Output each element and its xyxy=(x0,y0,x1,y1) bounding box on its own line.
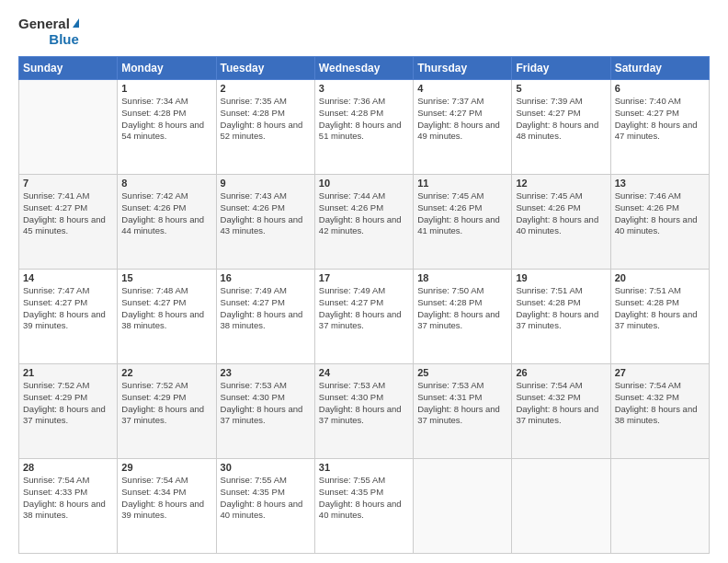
day-info: Sunrise: 7:51 AMSunset: 4:28 PMDaylight:… xyxy=(516,285,606,332)
calendar-week-row: 21Sunrise: 7:52 AMSunset: 4:29 PMDayligh… xyxy=(19,364,710,459)
calendar-cell: 14Sunrise: 7:47 AMSunset: 4:27 PMDayligh… xyxy=(19,270,118,364)
calendar-cell: 3Sunrise: 7:36 AMSunset: 4:28 PMDaylight… xyxy=(314,80,413,175)
weekday-header: Thursday xyxy=(414,57,512,80)
day-info: Sunrise: 7:37 AMSunset: 4:27 PMDaylight:… xyxy=(417,96,507,143)
day-number: 14 xyxy=(23,272,113,283)
calendar-table: SundayMondayTuesdayWednesdayThursdayFrid… xyxy=(18,56,710,554)
calendar-cell: 26Sunrise: 7:54 AMSunset: 4:32 PMDayligh… xyxy=(512,364,610,459)
calendar-cell: 27Sunrise: 7:54 AMSunset: 4:32 PMDayligh… xyxy=(610,364,709,459)
day-info: Sunrise: 7:36 AMSunset: 4:28 PMDaylight:… xyxy=(319,96,409,143)
day-info: Sunrise: 7:40 AMSunset: 4:27 PMDaylight:… xyxy=(615,96,705,143)
day-number: 25 xyxy=(417,367,507,378)
day-number: 26 xyxy=(516,367,606,378)
day-number: 11 xyxy=(417,178,507,189)
day-info: Sunrise: 7:44 AMSunset: 4:26 PMDaylight:… xyxy=(319,190,409,237)
weekday-header: Monday xyxy=(118,57,216,80)
calendar-cell: 20Sunrise: 7:51 AMSunset: 4:28 PMDayligh… xyxy=(610,270,709,364)
day-number: 4 xyxy=(417,83,507,94)
calendar-cell: 23Sunrise: 7:53 AMSunset: 4:30 PMDayligh… xyxy=(216,364,314,459)
calendar-cell: 17Sunrise: 7:49 AMSunset: 4:27 PMDayligh… xyxy=(314,270,413,364)
calendar-cell: 10Sunrise: 7:44 AMSunset: 4:26 PMDayligh… xyxy=(314,175,413,270)
weekday-header: Wednesday xyxy=(314,57,413,80)
day-number: 13 xyxy=(615,178,705,189)
day-number: 1 xyxy=(121,83,211,94)
day-info: Sunrise: 7:43 AMSunset: 4:26 PMDaylight:… xyxy=(221,190,311,237)
calendar-header-row: SundayMondayTuesdayWednesdayThursdayFrid… xyxy=(19,57,710,80)
day-info: Sunrise: 7:55 AMSunset: 4:35 PMDaylight:… xyxy=(221,475,311,522)
calendar-cell xyxy=(512,459,610,554)
calendar-cell: 1Sunrise: 7:34 AMSunset: 4:28 PMDaylight… xyxy=(118,80,216,175)
calendar-cell xyxy=(19,80,118,175)
calendar-week-row: 28Sunrise: 7:54 AMSunset: 4:33 PMDayligh… xyxy=(19,459,710,554)
day-number: 22 xyxy=(121,367,211,378)
calendar-cell xyxy=(414,459,512,554)
logo-text-blue: Blue xyxy=(49,32,79,48)
calendar-cell xyxy=(610,459,709,554)
day-info: Sunrise: 7:54 AMSunset: 4:33 PMDaylight:… xyxy=(23,475,113,522)
day-number: 8 xyxy=(121,178,211,189)
day-info: Sunrise: 7:41 AMSunset: 4:27 PMDaylight:… xyxy=(23,190,113,237)
day-number: 10 xyxy=(319,178,409,189)
calendar-cell: 4Sunrise: 7:37 AMSunset: 4:27 PMDaylight… xyxy=(414,80,512,175)
calendar-cell: 2Sunrise: 7:35 AMSunset: 4:28 PMDaylight… xyxy=(216,80,314,175)
logo-text-general: General xyxy=(18,17,70,32)
calendar-cell: 19Sunrise: 7:51 AMSunset: 4:28 PMDayligh… xyxy=(512,270,610,364)
day-info: Sunrise: 7:48 AMSunset: 4:27 PMDaylight:… xyxy=(121,285,211,332)
day-info: Sunrise: 7:34 AMSunset: 4:28 PMDaylight:… xyxy=(121,96,211,143)
calendar-cell: 22Sunrise: 7:52 AMSunset: 4:29 PMDayligh… xyxy=(118,364,216,459)
day-info: Sunrise: 7:53 AMSunset: 4:30 PMDaylight:… xyxy=(221,380,311,427)
day-number: 21 xyxy=(23,367,113,378)
header: General Blue xyxy=(18,17,710,47)
day-info: Sunrise: 7:52 AMSunset: 4:29 PMDaylight:… xyxy=(121,380,211,427)
calendar-cell: 11Sunrise: 7:45 AMSunset: 4:26 PMDayligh… xyxy=(414,175,512,270)
calendar-cell: 16Sunrise: 7:49 AMSunset: 4:27 PMDayligh… xyxy=(216,270,314,364)
day-info: Sunrise: 7:52 AMSunset: 4:29 PMDaylight:… xyxy=(23,380,113,427)
calendar-cell: 18Sunrise: 7:50 AMSunset: 4:28 PMDayligh… xyxy=(414,270,512,364)
day-number: 18 xyxy=(417,272,507,283)
logo: General Blue xyxy=(18,17,79,47)
day-number: 24 xyxy=(319,367,409,378)
calendar-cell: 30Sunrise: 7:55 AMSunset: 4:35 PMDayligh… xyxy=(216,459,314,554)
day-info: Sunrise: 7:47 AMSunset: 4:27 PMDaylight:… xyxy=(23,285,113,332)
calendar-cell: 5Sunrise: 7:39 AMSunset: 4:27 PMDaylight… xyxy=(512,80,610,175)
day-info: Sunrise: 7:53 AMSunset: 4:30 PMDaylight:… xyxy=(319,380,409,427)
day-info: Sunrise: 7:55 AMSunset: 4:35 PMDaylight:… xyxy=(319,475,409,522)
calendar-cell: 29Sunrise: 7:54 AMSunset: 4:34 PMDayligh… xyxy=(118,459,216,554)
day-info: Sunrise: 7:46 AMSunset: 4:26 PMDaylight:… xyxy=(615,190,705,237)
day-info: Sunrise: 7:45 AMSunset: 4:26 PMDaylight:… xyxy=(417,190,507,237)
day-number: 16 xyxy=(221,272,311,283)
calendar-cell: 9Sunrise: 7:43 AMSunset: 4:26 PMDaylight… xyxy=(216,175,314,270)
calendar-week-row: 14Sunrise: 7:47 AMSunset: 4:27 PMDayligh… xyxy=(19,270,710,364)
day-info: Sunrise: 7:53 AMSunset: 4:31 PMDaylight:… xyxy=(417,380,507,427)
calendar-week-row: 1Sunrise: 7:34 AMSunset: 4:28 PMDaylight… xyxy=(19,80,710,175)
calendar-week-row: 7Sunrise: 7:41 AMSunset: 4:27 PMDaylight… xyxy=(19,175,710,270)
calendar-cell: 13Sunrise: 7:46 AMSunset: 4:26 PMDayligh… xyxy=(610,175,709,270)
day-number: 29 xyxy=(121,462,211,473)
day-info: Sunrise: 7:54 AMSunset: 4:32 PMDaylight:… xyxy=(516,380,606,427)
day-number: 15 xyxy=(121,272,211,283)
day-info: Sunrise: 7:49 AMSunset: 4:27 PMDaylight:… xyxy=(319,285,409,332)
day-number: 27 xyxy=(615,367,705,378)
day-info: Sunrise: 7:35 AMSunset: 4:28 PMDaylight:… xyxy=(221,96,311,143)
day-info: Sunrise: 7:51 AMSunset: 4:28 PMDaylight:… xyxy=(615,285,705,332)
day-number: 28 xyxy=(23,462,113,473)
day-info: Sunrise: 7:42 AMSunset: 4:26 PMDaylight:… xyxy=(121,190,211,237)
day-number: 23 xyxy=(221,367,311,378)
weekday-header: Friday xyxy=(512,57,610,80)
calendar-cell: 25Sunrise: 7:53 AMSunset: 4:31 PMDayligh… xyxy=(414,364,512,459)
day-number: 17 xyxy=(319,272,409,283)
calendar-cell: 21Sunrise: 7:52 AMSunset: 4:29 PMDayligh… xyxy=(19,364,118,459)
calendar-cell: 8Sunrise: 7:42 AMSunset: 4:26 PMDaylight… xyxy=(118,175,216,270)
day-number: 3 xyxy=(319,83,409,94)
day-number: 20 xyxy=(615,272,705,283)
page: General Blue SundayMondayTuesdayWednesda… xyxy=(0,0,728,563)
day-number: 12 xyxy=(516,178,606,189)
day-number: 5 xyxy=(516,83,606,94)
day-info: Sunrise: 7:49 AMSunset: 4:27 PMDaylight:… xyxy=(221,285,311,332)
calendar-cell: 12Sunrise: 7:45 AMSunset: 4:26 PMDayligh… xyxy=(512,175,610,270)
day-number: 30 xyxy=(221,462,311,473)
day-number: 31 xyxy=(319,462,409,473)
calendar-cell: 31Sunrise: 7:55 AMSunset: 4:35 PMDayligh… xyxy=(314,459,413,554)
day-info: Sunrise: 7:54 AMSunset: 4:32 PMDaylight:… xyxy=(615,380,705,427)
day-number: 6 xyxy=(615,83,705,94)
